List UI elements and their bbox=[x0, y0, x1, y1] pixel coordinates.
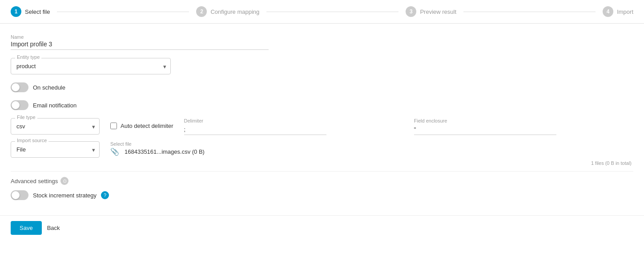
step-1-circle: 1 bbox=[11, 6, 21, 17]
step-3-circle: 3 bbox=[406, 6, 416, 17]
name-value[interactable]: Import profile 3 bbox=[11, 41, 269, 50]
on-schedule-label: On schedule bbox=[33, 84, 65, 91]
on-schedule-track[interactable] bbox=[11, 82, 28, 92]
email-notification-label: Email notification bbox=[33, 102, 76, 109]
entity-type-select-wrapper: Entity type product category customer or… bbox=[11, 58, 171, 74]
email-notification-row: Email notification bbox=[11, 100, 633, 110]
delimiter-label: Delimiter bbox=[184, 118, 403, 123]
delimiter-field: Delimiter bbox=[184, 118, 403, 135]
divider bbox=[11, 171, 633, 172]
on-schedule-toggle[interactable] bbox=[11, 82, 28, 92]
step-2-circle: 2 bbox=[196, 6, 207, 17]
name-field-group: Name Import profile 3 bbox=[11, 34, 633, 50]
step-line-2 bbox=[266, 12, 398, 12]
auto-detect-label: Auto detect delimiter bbox=[121, 123, 173, 129]
auto-detect-checkbox[interactable] bbox=[110, 123, 117, 129]
stepper: 1 Select file 2 Configure mapping 3 Prev… bbox=[0, 0, 644, 24]
name-label: Name bbox=[11, 34, 633, 40]
step-4-label: Import bbox=[617, 8, 633, 15]
file-type-select[interactable]: csv xml json bbox=[11, 118, 100, 135]
import-source-label: Import source bbox=[15, 138, 48, 143]
files-count: 1 files (0 B in total) bbox=[11, 160, 633, 166]
step-3-label: Preview result bbox=[420, 8, 456, 15]
entity-type-select[interactable]: product category customer order bbox=[11, 58, 171, 74]
step-1[interactable]: 1 Select file bbox=[11, 6, 50, 17]
stock-increment-help-icon[interactable]: ? bbox=[101, 191, 109, 199]
file-type-label: File type bbox=[15, 115, 37, 120]
save-button[interactable]: Save bbox=[11, 221, 42, 235]
footer: Save Back bbox=[0, 215, 644, 240]
advanced-settings-header: Advanced settings ⊙ bbox=[11, 177, 633, 185]
entity-type-label: Entity type bbox=[15, 54, 41, 60]
stock-increment-label: Stock increment strategy bbox=[33, 192, 97, 199]
stock-increment-track[interactable] bbox=[11, 190, 28, 200]
stock-increment-row: Stock increment strategy ? bbox=[11, 190, 633, 200]
import-source-select[interactable]: File URL FTP bbox=[11, 141, 100, 158]
file-type-select-wrapper: File type csv xml json ▾ bbox=[11, 118, 100, 135]
step-line-1 bbox=[57, 12, 189, 12]
step-line-3 bbox=[463, 12, 596, 12]
file-type-row: File type csv xml json ▾ Auto detect del… bbox=[11, 118, 633, 135]
field-enclosure-input[interactable] bbox=[414, 124, 556, 135]
field-enclosure-label: Field enclosure bbox=[414, 118, 633, 123]
step-3[interactable]: 3 Preview result bbox=[406, 6, 456, 17]
select-file-row: 📎 1684335161...images.csv (0 B) bbox=[110, 147, 205, 156]
back-button[interactable]: Back bbox=[47, 225, 60, 231]
main-content: Name Import profile 3 Entity type produc… bbox=[0, 24, 644, 215]
import-source-row: Import source File URL FTP ▾ Select file… bbox=[11, 141, 633, 158]
email-notification-toggle[interactable] bbox=[11, 100, 28, 110]
step-2[interactable]: 2 Configure mapping bbox=[196, 6, 259, 17]
attachment-icon: 📎 bbox=[110, 147, 119, 156]
advanced-settings-info-icon[interactable]: ⊙ bbox=[60, 177, 68, 185]
step-4-circle: 4 bbox=[603, 6, 613, 17]
field-enclosure-field: Field enclosure bbox=[414, 118, 633, 135]
on-schedule-row: On schedule bbox=[11, 82, 633, 92]
step-4[interactable]: 4 Import bbox=[603, 6, 633, 17]
select-file-label: Select file bbox=[110, 141, 205, 147]
stock-increment-toggle[interactable] bbox=[11, 190, 28, 200]
select-file-area: Select file 📎 1684335161...images.csv (0… bbox=[110, 141, 205, 156]
delimiter-input[interactable] bbox=[184, 124, 326, 135]
step-1-label: Select file bbox=[25, 8, 50, 15]
advanced-settings-label[interactable]: Advanced settings bbox=[11, 178, 58, 184]
auto-detect-row: Auto detect delimiter bbox=[110, 118, 173, 129]
select-file-value[interactable]: 1684335161...images.csv (0 B) bbox=[125, 148, 205, 155]
import-source-select-wrapper: Import source File URL FTP ▾ bbox=[11, 141, 100, 158]
email-notification-track[interactable] bbox=[11, 100, 28, 110]
step-2-label: Configure mapping bbox=[210, 8, 259, 15]
